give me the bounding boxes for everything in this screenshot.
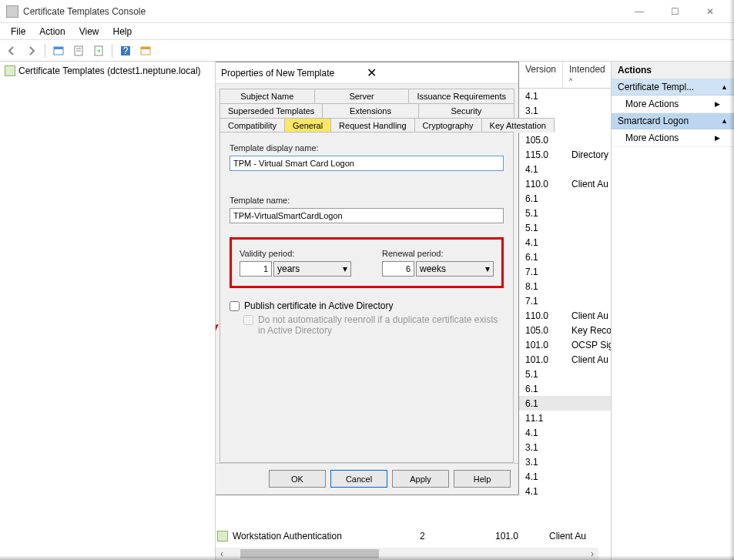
template-name-input[interactable] bbox=[230, 208, 504, 223]
actions-pane: Actions Certificate Templ...▲ More Actio… bbox=[611, 62, 734, 560]
table-row[interactable]: 6.1 bbox=[519, 381, 611, 396]
chevron-down-icon: ▾ bbox=[343, 263, 347, 274]
table-row[interactable]: 4.1 bbox=[519, 484, 611, 498]
certificate-templates-icon bbox=[5, 65, 15, 76]
template-grid[interactable]: Version Intended ^ 4.13.15.1105.0115.0Di… bbox=[519, 62, 611, 545]
toolbar-window-icon[interactable] bbox=[137, 42, 154, 59]
center-pane: Version Intended ^ 4.13.15.1105.0115.0Di… bbox=[216, 62, 611, 560]
table-row[interactable]: 105.0 bbox=[519, 132, 611, 147]
tab-server[interactable]: Server bbox=[314, 89, 410, 103]
table-row[interactable]: 11.1 bbox=[519, 411, 611, 425]
table-row[interactable]: 3.1 bbox=[519, 440, 611, 454]
template-name-label: Template name: bbox=[230, 196, 504, 205]
actions-group-smartcard-logon[interactable]: Smartcard Logon▲ bbox=[612, 113, 734, 129]
ok-button[interactable]: OK bbox=[269, 470, 326, 488]
window-titlebar: Certificate Templates Console — ☐ ✕ bbox=[0, 0, 734, 23]
no-reenroll-checkbox bbox=[243, 315, 253, 325]
tab-extensions[interactable]: Extensions bbox=[322, 103, 418, 118]
actions-group-certificate-templates[interactable]: Certificate Templ...▲ bbox=[612, 79, 734, 96]
column-version[interactable]: Version bbox=[519, 62, 563, 88]
chevron-right-icon: ▶ bbox=[715, 100, 720, 108]
table-row[interactable]: 5.1 bbox=[519, 220, 611, 235]
grid-last-row[interactable]: Workstation Authentication 2 101.0 Clien… bbox=[216, 528, 611, 543]
menu-view[interactable]: View bbox=[73, 25, 106, 39]
svg-text:?: ? bbox=[123, 45, 129, 56]
dialog-titlebar: Properties of New Template ✕ bbox=[216, 62, 518, 84]
tree-pane: Certificate Templates (dctest1.neptune.l… bbox=[0, 62, 216, 560]
column-intended[interactable]: Intended ^ bbox=[563, 62, 611, 88]
table-row[interactable]: 5.1 bbox=[519, 367, 611, 381]
menu-help[interactable]: Help bbox=[107, 25, 139, 39]
tab-key-attestation[interactable]: Key Attestation bbox=[481, 118, 555, 132]
table-row[interactable]: 4.1 bbox=[519, 235, 611, 250]
apply-button[interactable]: Apply bbox=[392, 470, 449, 488]
publish-ad-label: Publish certificate in Active Directory bbox=[244, 300, 393, 311]
table-row[interactable]: 5.1 bbox=[519, 206, 611, 220]
table-row[interactable]: 101.0OCSP Sig bbox=[519, 337, 611, 352]
chevron-right-icon: ▶ bbox=[715, 134, 720, 142]
table-row[interactable]: 8.1 bbox=[519, 279, 611, 293]
toolbar: ? bbox=[0, 40, 734, 62]
table-row[interactable]: 7.1 bbox=[519, 293, 611, 308]
table-row[interactable]: 6.1 bbox=[519, 396, 611, 411]
tab-superseded-templates[interactable]: Superseded Templates bbox=[220, 103, 323, 118]
tab-request-handling[interactable]: Request Handling bbox=[330, 118, 414, 132]
renewal-value-input[interactable] bbox=[382, 261, 414, 277]
table-row[interactable]: 6.1 bbox=[519, 250, 611, 264]
tree-root[interactable]: Certificate Templates (dctest1.neptune.l… bbox=[3, 65, 212, 77]
no-reenroll-checkbox-row: Do not automatically reenroll if a dupli… bbox=[243, 314, 504, 336]
display-name-input[interactable] bbox=[230, 156, 504, 171]
maximize-button[interactable]: ☐ bbox=[657, 1, 692, 22]
table-row[interactable]: 110.0Client Au bbox=[519, 308, 611, 323]
validity-period-label: Validity period: bbox=[240, 249, 351, 258]
actions-title: Actions bbox=[612, 62, 734, 79]
table-row[interactable]: 4.1 bbox=[519, 425, 611, 440]
publish-ad-checkbox[interactable] bbox=[230, 301, 240, 311]
help-button[interactable]: Help bbox=[454, 470, 511, 488]
tab-general[interactable]: General bbox=[284, 118, 331, 132]
row-intended: Client Au bbox=[549, 531, 611, 542]
toolbar-export-icon[interactable] bbox=[90, 42, 107, 59]
table-row[interactable]: 4.1 bbox=[519, 89, 611, 103]
window-title: Certificate Templates Console bbox=[23, 6, 622, 17]
forward-button[interactable] bbox=[23, 42, 40, 59]
close-button[interactable]: ✕ bbox=[692, 1, 728, 22]
tab-compatibility[interactable]: Compatibility bbox=[220, 118, 285, 132]
tab-cryptography[interactable]: Cryptography bbox=[414, 118, 482, 132]
tab-subject-name[interactable]: Subject Name bbox=[220, 89, 315, 103]
table-row[interactable]: 3.1 bbox=[519, 454, 611, 469]
renewal-unit-select[interactable]: weeks▾ bbox=[416, 261, 494, 277]
menu-file[interactable]: File bbox=[5, 25, 32, 39]
table-row[interactable]: 101.0Client Au bbox=[519, 352, 611, 367]
toolbar-doc-icon[interactable] bbox=[70, 42, 87, 59]
actions-more-2[interactable]: More Actions▶ bbox=[612, 129, 734, 147]
actions-more-1[interactable]: More Actions▶ bbox=[612, 96, 734, 113]
menubar: File Action View Help bbox=[0, 23, 734, 40]
validity-value-input[interactable] bbox=[240, 261, 272, 277]
toolbar-help-icon[interactable]: ? bbox=[117, 42, 134, 59]
menu-action[interactable]: Action bbox=[33, 25, 71, 39]
minimize-button[interactable]: — bbox=[622, 1, 657, 22]
grid-header: Version Intended ^ bbox=[519, 62, 611, 89]
period-highlight-box: Validity period: years▾ Renewal period: bbox=[230, 237, 504, 288]
row-c2: 2 bbox=[403, 531, 495, 542]
validity-unit-select[interactable]: years▾ bbox=[273, 261, 351, 277]
app-icon bbox=[6, 5, 18, 18]
tab-security[interactable]: Security bbox=[418, 103, 514, 118]
back-button[interactable] bbox=[3, 42, 20, 59]
cancel-button[interactable]: Cancel bbox=[330, 470, 387, 488]
table-row[interactable]: 4.1 bbox=[519, 469, 611, 484]
tab-issuance-requirements[interactable]: Issuance Requirements bbox=[408, 89, 514, 103]
table-row[interactable]: 7.1 bbox=[519, 264, 611, 279]
table-row[interactable]: 105.0Key Reco bbox=[519, 323, 611, 337]
table-row[interactable]: 110.0Client Au bbox=[519, 176, 611, 191]
table-row[interactable]: 6.1 bbox=[519, 191, 611, 206]
publish-ad-checkbox-row: Publish certificate in Active Directory bbox=[230, 300, 504, 311]
dialog-close-button[interactable]: ✕ bbox=[367, 65, 512, 80]
toolbar-pane-icon[interactable] bbox=[50, 42, 67, 59]
table-row[interactable]: 3.1 bbox=[519, 103, 611, 118]
chevron-down-icon: ▾ bbox=[485, 263, 490, 274]
table-row[interactable]: 115.0Directory bbox=[519, 147, 611, 162]
table-row[interactable]: 4.1 bbox=[519, 162, 611, 176]
row-name: Workstation Authentication bbox=[231, 531, 403, 542]
